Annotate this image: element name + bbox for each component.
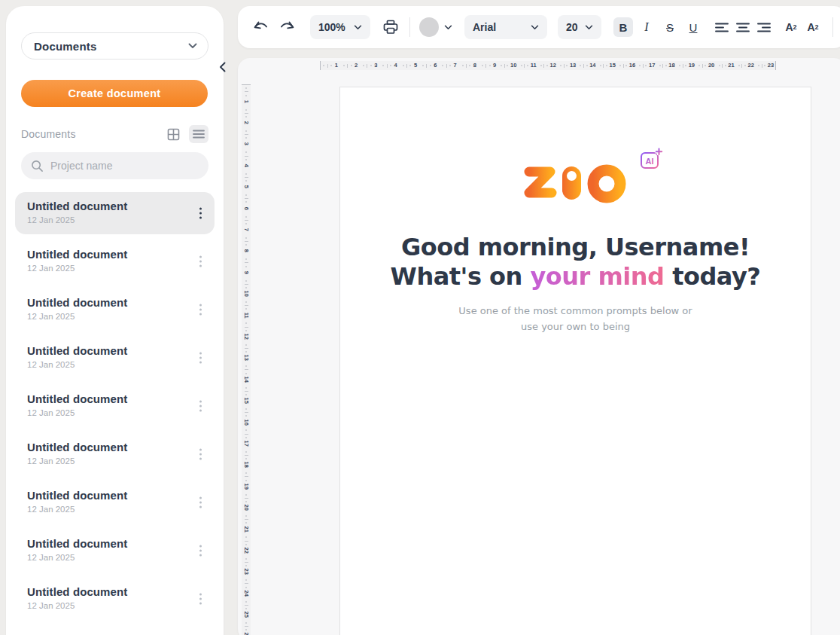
document-list-item[interactable]: Untitled document 12 Jan 2025	[15, 385, 215, 427]
text-color-picker[interactable]	[419, 17, 452, 37]
redo-icon	[278, 20, 295, 34]
document-list-title: Documents	[21, 128, 157, 140]
document-title: Untitled document	[27, 585, 189, 598]
list-view-button[interactable]	[189, 125, 208, 143]
chevron-down-icon	[444, 25, 452, 30]
document-area: 1234567891011121314151617181920212223 12…	[238, 58, 840, 635]
print-icon	[382, 19, 399, 35]
document-date: 12 Jan 2025	[27, 408, 189, 417]
document-menu-button[interactable]	[196, 591, 205, 608]
document-date: 12 Jan 2025	[27, 215, 189, 224]
document-title: Untitled document	[27, 296, 189, 309]
sidebar: Documents Create document Documents Unti…	[6, 6, 224, 635]
document-title: Untitled document	[27, 489, 189, 502]
document-title: Untitled document	[27, 441, 189, 453]
logo-block: AI	[519, 159, 632, 206]
chevron-down-icon	[585, 25, 593, 30]
align-right-button[interactable]	[754, 17, 774, 37]
document-list-item[interactable]: Untitled document 12 Jan 2025	[15, 192, 215, 234]
italic-button[interactable]: I	[637, 17, 656, 37]
font-size-select[interactable]: 20	[558, 15, 601, 39]
print-button[interactable]	[381, 17, 400, 37]
zoom-value: 100%	[318, 21, 345, 33]
redo-button[interactable]	[277, 17, 297, 37]
document-menu-button[interactable]	[196, 301, 205, 319]
document-date: 12 Jan 2025	[27, 456, 189, 466]
greeting-heading: Good morning, Username! What's on your m…	[340, 233, 811, 292]
align-right-icon	[756, 22, 772, 33]
toolbar-divider	[409, 17, 410, 37]
list-view-icon	[193, 130, 205, 139]
zoom-select[interactable]: 100%	[310, 15, 370, 39]
ai-badge-label: AI	[645, 157, 653, 166]
bold-button[interactable]: B	[613, 17, 633, 37]
document-date: 12 Jan 2025	[27, 601, 189, 610]
create-document-button[interactable]: Create document	[21, 80, 208, 107]
document-list-item[interactable]: Untitled document 12 Jan 2025	[15, 288, 215, 331]
document-list-header: Documents	[21, 125, 208, 143]
document-list-item[interactable]: Untitled document 12 Jan 2025	[15, 530, 215, 572]
document-page[interactable]: AI Good morning, Username! What's on you…	[339, 87, 811, 635]
strikethrough-button[interactable]: S	[660, 17, 680, 37]
document-list-item[interactable]: Untitled document 12 Jan 2025	[15, 481, 215, 524]
chevron-left-icon	[218, 61, 228, 73]
search-icon	[31, 160, 44, 172]
superscript-mark: 2	[793, 23, 797, 31]
subscript-label: A	[807, 21, 814, 33]
document-title: Untitled document	[27, 344, 189, 357]
sidebar-collapse-button[interactable]	[215, 60, 231, 76]
greeting-subtitle: Use one of the most common prompts below…	[340, 304, 811, 335]
document-date: 12 Jan 2025	[27, 264, 189, 273]
subscript-button[interactable]: A2	[803, 17, 823, 37]
chevron-down-icon	[354, 25, 362, 30]
vertical-ruler: 1234567891011121314151617181920212223242…	[242, 84, 251, 635]
underline-button[interactable]: U	[683, 17, 703, 37]
greeting-line2-suffix: today?	[665, 262, 761, 291]
document-menu-button[interactable]	[196, 494, 205, 511]
undo-button[interactable]	[251, 17, 271, 37]
document-date: 12 Jan 2025	[27, 360, 189, 369]
document-list-item[interactable]: Untitled document 12 Jan 2025	[15, 337, 215, 379]
superscript-button[interactable]: A2	[781, 17, 801, 37]
greeting-line2-prefix: What's on	[391, 262, 531, 291]
document-date: 12 Jan 2025	[27, 505, 189, 514]
collection-select[interactable]: Documents	[21, 32, 208, 60]
subtitle-line2: use your own to being	[521, 321, 630, 332]
document-menu-button[interactable]	[196, 253, 205, 270]
undo-icon	[253, 20, 269, 34]
subscript-mark: 2	[815, 23, 819, 31]
document-title: Untitled document	[27, 248, 189, 261]
document-title: Untitled document	[27, 392, 189, 405]
color-swatch	[419, 17, 439, 37]
greeting-highlight: your mind	[530, 262, 664, 291]
document-menu-button[interactable]	[196, 398, 205, 415]
search-box	[21, 152, 208, 179]
document-list: Untitled document 12 Jan 2025 Untitled d…	[15, 192, 215, 620]
document-menu-button[interactable]	[196, 542, 205, 560]
document-date: 12 Jan 2025	[27, 312, 189, 321]
chevron-down-icon	[531, 25, 539, 30]
grid-view-icon	[167, 128, 180, 141]
document-menu-button[interactable]	[196, 350, 205, 367]
align-center-button[interactable]	[733, 17, 753, 37]
font-size-value: 20	[566, 21, 578, 33]
document-menu-button[interactable]	[196, 446, 205, 463]
zio-logo	[519, 159, 632, 206]
document-menu-button[interactable]	[196, 205, 205, 222]
document-list-item[interactable]: Untitled document 12 Jan 2025	[15, 578, 215, 620]
grid-view-button[interactable]	[163, 125, 183, 143]
document-list-item[interactable]: Untitled document 12 Jan 2025	[15, 240, 215, 282]
align-center-icon	[735, 22, 750, 33]
document-date: 12 Jan 2025	[27, 553, 189, 562]
font-family-value: Arial	[473, 21, 496, 33]
align-left-icon	[714, 22, 729, 33]
search-input[interactable]	[50, 160, 199, 172]
document-list-item[interactable]: Untitled document 12 Jan 2025	[15, 433, 215, 475]
collection-select-label: Documents	[34, 40, 96, 53]
font-family-select[interactable]: Arial	[464, 15, 547, 39]
horizontal-ruler: 1234567891011121314151617181920212223	[320, 61, 776, 70]
align-left-button[interactable]	[712, 17, 732, 37]
ai-badge: AI	[638, 147, 664, 171]
chevron-down-icon	[188, 43, 197, 49]
toolbar: 100% Arial 20 B I S U	[238, 6, 840, 48]
